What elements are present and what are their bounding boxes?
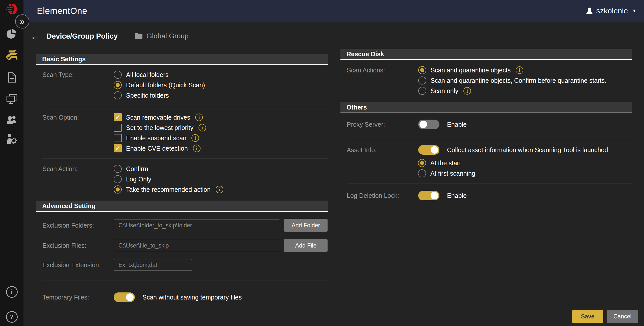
exclusion-files-label: Exclusion Files: bbox=[42, 242, 114, 249]
radio-icon[interactable] bbox=[114, 165, 122, 173]
proxy-server-label: Proxy Server: bbox=[347, 121, 418, 128]
radio-option[interactable]: At the start bbox=[418, 159, 632, 167]
exclusion-files-input[interactable] bbox=[114, 240, 280, 251]
brand-logo-icon bbox=[0, 4, 23, 14]
section-others: Others bbox=[340, 102, 632, 113]
option-label: Specific folders bbox=[126, 92, 169, 99]
radio-option[interactable]: Confirm bbox=[114, 165, 223, 173]
toggle-text: Enable bbox=[447, 192, 467, 199]
radio-icon[interactable] bbox=[418, 169, 426, 177]
breadcrumb: Global Group bbox=[135, 32, 189, 40]
folder-icon bbox=[135, 33, 143, 39]
option-label: Enable CVE detection bbox=[126, 145, 188, 152]
checkbox-option[interactable]: Enable CVE detection bbox=[114, 144, 206, 153]
checkbox-option[interactable]: Enable suspend scan bbox=[114, 134, 206, 142]
checkbox-option[interactable]: Scan removable drives bbox=[114, 113, 206, 122]
exclusion-folders-input[interactable] bbox=[114, 220, 280, 231]
asset-info-row: Asset Info: Collect asset information wh… bbox=[340, 145, 632, 155]
asset-info-label: Asset Info: bbox=[347, 146, 418, 154]
sidebar-expand-button[interactable]: » bbox=[15, 14, 29, 29]
exclusion-folders-label: Exclusion Folders: bbox=[42, 222, 114, 229]
radio-option[interactable]: Specific folders bbox=[114, 91, 205, 100]
info-icon[interactable] bbox=[199, 124, 206, 131]
info-icon[interactable] bbox=[193, 145, 201, 152]
radio-icon[interactable] bbox=[114, 71, 122, 79]
temporary-files-row: Temporary Files: Scan without saving tem… bbox=[36, 292, 328, 302]
radio-icon[interactable] bbox=[114, 91, 122, 99]
sidebar-item-users[interactable] bbox=[0, 115, 23, 124]
exclusion-extension-input[interactable] bbox=[114, 259, 192, 271]
radio-icon[interactable] bbox=[114, 185, 122, 194]
rescue-scan-actions-group: Scan Actions: Scan and quarantine object… bbox=[340, 66, 632, 95]
scan-option-group: Scan Option: Scan removable drives Set t… bbox=[36, 113, 328, 153]
info-icon[interactable] bbox=[191, 134, 199, 142]
option-label: Scan removable drives bbox=[126, 114, 190, 121]
proxy-server-row: Proxy Server: Enable bbox=[340, 120, 632, 129]
radio-option[interactable]: At first scanning bbox=[418, 169, 632, 178]
info-icon[interactable] bbox=[195, 114, 203, 121]
sidebar-item-reports[interactable] bbox=[0, 72, 23, 83]
info-icon[interactable] bbox=[216, 186, 223, 193]
exclusion-extension-row: Exclusion Extension: bbox=[36, 259, 328, 271]
checkbox-icon[interactable] bbox=[114, 134, 122, 142]
radio-option[interactable]: Default folders (Quick Scan) bbox=[114, 81, 205, 89]
radio-option[interactable]: Scan and quarantine objects bbox=[418, 66, 606, 74]
rescue-scan-actions-label: Scan Actions: bbox=[347, 66, 418, 95]
section-title: Rescue Disk bbox=[346, 50, 384, 58]
page-header: ← Device/Group Policy Global Group bbox=[30, 30, 189, 42]
option-label: Take the recommended action bbox=[126, 186, 211, 193]
info-icon[interactable] bbox=[463, 87, 471, 95]
toggle-text: Enable bbox=[447, 121, 467, 128]
radio-option[interactable]: Take the recommended action bbox=[114, 185, 223, 194]
option-label: Default folders (Quick Scan) bbox=[126, 82, 205, 89]
divider bbox=[42, 281, 328, 281]
radio-option[interactable]: Log Only bbox=[114, 175, 223, 183]
radio-icon[interactable] bbox=[114, 175, 122, 183]
add-file-button[interactable]: Add File bbox=[284, 239, 328, 252]
option-label: At the start bbox=[430, 159, 461, 167]
radio-icon[interactable] bbox=[418, 87, 426, 95]
checkbox-option[interactable]: Set to the lowest priority bbox=[114, 123, 206, 132]
cancel-button[interactable]: Cancel bbox=[607, 310, 638, 323]
help-icon[interactable]: ? bbox=[0, 311, 23, 323]
save-button[interactable]: Save bbox=[572, 310, 603, 323]
section-advanced-setting: Advanced Setting bbox=[36, 201, 328, 212]
asset-info-toggle[interactable] bbox=[418, 145, 439, 155]
add-folder-button[interactable]: Add Folder bbox=[284, 219, 328, 232]
sidebar-item-dashboard[interactable] bbox=[0, 29, 23, 40]
radio-option[interactable]: Scan only bbox=[418, 87, 606, 95]
option-label: At first scanning bbox=[430, 170, 475, 177]
radio-option[interactable]: All local folders bbox=[114, 70, 205, 79]
proxy-server-toggle[interactable] bbox=[418, 120, 439, 129]
back-arrow-icon[interactable]: ← bbox=[30, 31, 40, 41]
temporary-files-label: Temporary Files: bbox=[42, 294, 114, 301]
asset-info-options: At the start At first scanning bbox=[340, 159, 632, 178]
info-icon[interactable] bbox=[516, 66, 523, 74]
option-label: All local folders bbox=[126, 71, 168, 78]
checkbox-icon[interactable] bbox=[114, 113, 122, 121]
toggle-text: Scan without saving temporary files bbox=[142, 294, 242, 301]
temporary-files-toggle[interactable] bbox=[114, 292, 135, 302]
radio-icon[interactable] bbox=[418, 76, 426, 85]
left-column: Basic Settings Scan Type: All local fold… bbox=[36, 54, 328, 302]
about-icon[interactable]: i bbox=[0, 286, 23, 298]
right-column: Rescue Disk Scan Actions: Scan and quara… bbox=[340, 49, 632, 200]
checkbox-icon[interactable] bbox=[114, 144, 122, 152]
option-label: Log Only bbox=[126, 176, 151, 183]
sidebar-item-devices[interactable] bbox=[0, 94, 23, 104]
log-deletion-lock-row: Log Deletion Lock: Enable bbox=[340, 191, 632, 200]
radio-icon[interactable] bbox=[418, 159, 426, 167]
log-deletion-lock-toggle[interactable] bbox=[418, 191, 439, 200]
sidebar-item-policy[interactable] bbox=[0, 49, 23, 60]
topbar: ElementOne szkolenie ▼ bbox=[23, 0, 644, 22]
checkbox-icon[interactable] bbox=[114, 124, 122, 132]
user-menu[interactable]: szkolenie ▼ bbox=[586, 7, 636, 15]
sidebar-item-administration[interactable] bbox=[0, 133, 23, 144]
radio-icon[interactable] bbox=[114, 81, 122, 89]
chevron-down-icon: ▼ bbox=[632, 8, 636, 13]
radio-option[interactable]: Scan and quarantine objects, Confirm bef… bbox=[418, 76, 606, 85]
exclusion-files-row: Exclusion Files: Add File bbox=[36, 239, 328, 252]
user-icon bbox=[586, 7, 593, 14]
radio-icon[interactable] bbox=[418, 66, 426, 74]
toggle-text: Collect asset information when Scanning … bbox=[447, 146, 608, 154]
